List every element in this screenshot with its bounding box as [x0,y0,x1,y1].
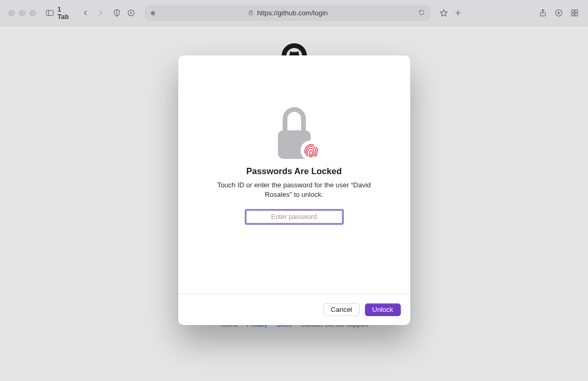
address-bar-url: https://github.com/login [257,9,328,17]
share-button[interactable] [535,6,550,20]
svg-rect-12 [575,10,577,13]
new-tab-button[interactable] [452,6,464,20]
svg-rect-11 [571,10,574,13]
privacy-report-button[interactable] [111,6,122,20]
svg-rect-13 [571,13,574,16]
svg-marker-4 [130,12,132,14]
window-traffic-lights [8,10,36,16]
browser-toolbar: 1 Tab https://github.com/login [0,0,588,26]
site-settings-icon[interactable] [151,11,155,15]
lock-icon [247,9,254,17]
autoplay-button[interactable] [126,6,137,20]
unlock-button[interactable]: Unlock [365,303,401,316]
zoom-window-dot[interactable] [30,10,36,16]
minimize-window-dot[interactable] [19,10,25,16]
passwords-locked-dialog: Passwords Are Locked Touch ID or enter t… [178,55,410,325]
svg-marker-6 [440,9,447,16]
bookmark-star-button[interactable] [438,6,449,20]
svg-rect-14 [575,13,577,16]
touchid-fingerprint-icon [300,140,321,161]
cancel-button[interactable]: Cancel [323,303,359,316]
address-bar[interactable]: https://github.com/login [145,6,430,21]
tab-overview-button[interactable] [567,6,582,20]
reload-button[interactable] [418,9,425,17]
svg-rect-5 [249,12,253,14]
svg-rect-0 [46,11,53,16]
dialog-footer: Cancel Unlock [178,293,410,325]
sidebar-toggle-button[interactable] [44,6,55,20]
dialog-subtitle: Touch ID or enter the password for the u… [210,180,379,199]
tab-count-label: 1 Tab [57,6,70,21]
lock-with-fingerprint-icon [275,107,314,159]
back-button[interactable] [79,6,93,20]
forward-button[interactable] [93,6,108,20]
downloads-button[interactable] [551,6,566,20]
password-input[interactable] [246,211,342,223]
dialog-title: Passwords Are Locked [246,166,342,176]
close-window-dot[interactable] [8,10,15,16]
